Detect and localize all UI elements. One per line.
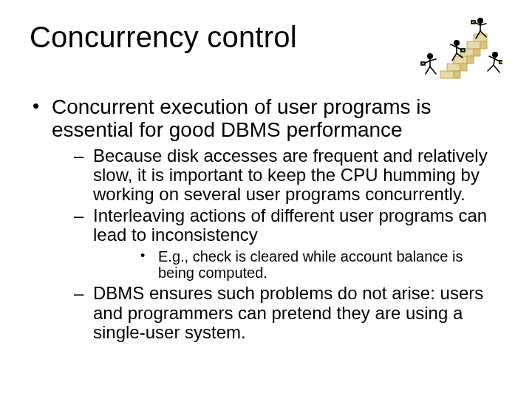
slide: Concurrency control — [0, 0, 532, 399]
svg-rect-24 — [461, 49, 465, 52]
svg-line-14 — [430, 59, 436, 61]
svg-line-36 — [488, 65, 494, 71]
bullet-text: Concurrent execution of user programs is… — [52, 95, 432, 141]
svg-marker-8 — [467, 56, 474, 64]
bullet-lvl2: DBMS ensures such problems do not arise:… — [52, 284, 502, 342]
svg-line-16 — [430, 66, 436, 74]
svg-marker-2 — [454, 56, 467, 64]
bullet-lvl2: Because disk accesses are frequent and r… — [52, 146, 502, 205]
bullet-text: DBMS ensures such problems do not arise:… — [93, 283, 483, 342]
stairs-people-icon — [414, 15, 502, 85]
svg-line-15 — [426, 66, 430, 74]
svg-marker-9 — [474, 49, 480, 56]
bullet-text: Interleaving actions of different user p… — [93, 205, 487, 245]
svg-marker-0 — [440, 71, 454, 78]
svg-line-28 — [480, 24, 486, 25]
bullet-lvl3: E.g., check is cleared while account bal… — [93, 248, 502, 282]
bullet-text: E.g., check is cleared while account bal… — [158, 248, 463, 281]
svg-rect-38 — [499, 61, 502, 64]
slide-title: Concurrency control — [30, 21, 297, 54]
bullet-lvl1: Concurrent execution of user programs is… — [30, 96, 502, 343]
bullet-text: Because disk accesses are frequent and r… — [93, 146, 488, 205]
svg-marker-4 — [467, 41, 480, 49]
svg-line-37 — [494, 65, 499, 72]
svg-marker-6 — [454, 71, 460, 78]
svg-marker-10 — [480, 41, 487, 49]
bullet-lvl2: Interleaving actions of different user p… — [52, 206, 502, 282]
slide-body: Concurrent execution of user programs is… — [30, 96, 502, 347]
svg-marker-1 — [447, 64, 460, 71]
svg-rect-17 — [421, 62, 425, 65]
svg-marker-7 — [460, 64, 467, 71]
svg-rect-31 — [471, 21, 475, 24]
